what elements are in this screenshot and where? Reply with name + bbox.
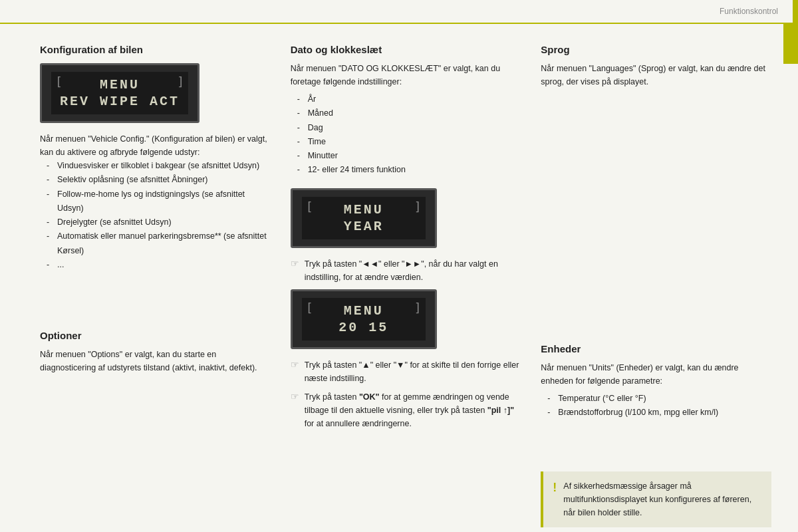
section-warning: ! Af sikkerhedsmæssige årsager må multif… [541,465,771,533]
screen-inner-3: [ ] MENU 20 15 [302,298,426,340]
list-item: Dag [297,121,521,135]
list-item: 12- eller 24 timers funktion [297,163,521,177]
display-screen-1: [ ] MENU REV WIPE ACT [40,63,200,123]
display-screen-2: [ ] MENU YEAR [291,188,437,248]
list-item: ... [47,258,271,272]
warning-box: ! Af sikkerhedsmæssige årsager må multif… [541,471,771,527]
right-tab-marker [783,24,798,64]
section-konfiguration-title: Konfiguration af bilen [40,44,271,55]
section-konfiguration: Konfiguration af bilen [ ] MENU REV WIPE… [40,44,271,287]
hint-icon-3: ☞ [291,391,299,402]
hint3-bold1: "OK" [359,392,380,402]
list-item: Vinduesvisker er tilkoblet i bakgear (se… [47,159,271,173]
dato-list: År Måned Dag Time Minutter 12- eller 24 … [291,92,521,178]
screen-inner-1: [ ] MENU REV WIPE ACT [51,72,188,114]
section-dato: Dato og klokkeslæt Når menuen "DATO OG K… [291,44,521,436]
warning-text: Af sikkerhedsmæssige årsager må multifun… [563,479,762,519]
enheder-list: Temperatur (°C eller °F) Brændstofforbru… [541,392,771,420]
list-item: Selektiv oplåsning (se afsnittet Åbninge… [47,173,271,187]
screen1-line2: REV WIPE ACT [60,94,180,109]
screen3-line1: MENU [344,303,384,319]
bracket-right-3: ] [414,302,422,314]
list-item: År [297,92,521,106]
hint-row-2: ☞ Tryk på tasten "▲" eller "▼" for at sk… [291,358,521,385]
list-item: Follow-me-home lys og indstigningslys (s… [47,188,271,216]
hint3-bold2: "pil ↑]" [487,406,514,415]
hint-row-3: ☞ Tryk på tasten "OK" for at gemme ændri… [291,390,521,430]
bracket-left-3: [ [306,302,313,314]
list-item: Brændstofforbrug (l/100 km, mpg eller km… [547,406,771,420]
list-item: Drejelygter (se afsnittet Udsyn) [47,215,271,229]
section-optioner-title: Optioner [40,330,271,341]
hint-icon-1: ☞ [291,258,299,269]
hint-icon-2: ☞ [291,359,299,370]
hint-text-2: Tryk på tasten "▲" eller "▼" for at skif… [305,358,521,385]
hint-row-1: ☞ Tryk på tasten "◄◄" eller "►►", når du… [291,257,521,284]
konfiguration-list: Vinduesvisker er tilkoblet i bakgear (se… [40,159,271,272]
section-sprog: Sprog Når menuen "Languages" (Sprog) er … [541,44,771,287]
list-item: Time [297,135,521,149]
list-item: Temperatur (°C eller °F) [547,392,771,406]
screen3-line2: 20 15 [338,320,388,335]
bracket-right-2: ] [414,201,422,213]
section-optioner: Optioner Når menuen "Options" er valgt, … [40,330,271,436]
list-item: Automatisk eller manuel parkeringsbremse… [47,229,271,258]
bracket-left-2: [ [306,201,313,213]
screen-inner-2: [ ] MENU YEAR [302,197,426,239]
screen2-line2: YEAR [344,219,384,234]
list-item: Minutter [297,149,521,163]
section-dato-title: Dato og klokkeslæt [291,44,521,55]
enheder-intro: Når menuen "Units" (Enheder) er valgt, k… [541,361,771,388]
section-enheder: Enheder Når menuen "Units" (Enheder) er … [541,343,771,436]
list-item: Måned [297,106,521,120]
screen2-line1: MENU [344,202,384,217]
optioner-text: Når menuen "Options" er valgt, kan du st… [40,348,271,374]
hint-text-1: Tryk på tasten "◄◄" eller "►►", når du h… [305,257,521,284]
sprog-text: Når menuen "Languages" (Sprog) er valgt,… [541,62,771,88]
hint-text-3: Tryk på tasten "OK" for at gemme ændring… [305,390,521,430]
top-bar-accent [793,0,798,24]
bracket-right-1: ] [177,76,184,88]
section-sprog-title: Sprog [541,44,771,55]
bracket-left-1: [ [55,76,63,88]
dato-intro: Når menuen "DATO OG KLOKKESLÆT" er valgt… [291,62,521,88]
display-screen-3: [ ] MENU 20 15 [291,289,437,349]
screen1-line1: MENU [100,77,140,92]
top-bar: Funktionskontrol [0,0,798,24]
section-enheder-title: Enheder [541,343,771,354]
konfiguration-intro: Når menuen "Vehicle Config." (Konfigurat… [40,132,271,159]
header-title: Funktionskontrol [720,7,778,16]
warning-icon: ! [553,479,557,496]
